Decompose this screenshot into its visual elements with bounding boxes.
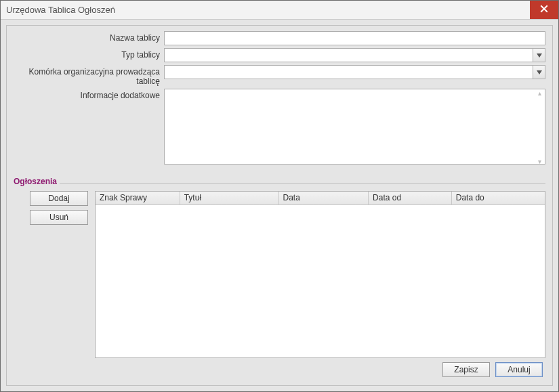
typ-tablicy-label: Typ tablicy — [14, 48, 164, 60]
anuluj-button[interactable]: Anuluj — [495, 362, 543, 377]
titlebar: Urzędowa Tablica Ogłoszeń — [1, 1, 558, 20]
client-area: Nazwa tablicy Typ tablicy — [1, 20, 558, 391]
dialog-window: Urzędowa Tablica Ogłoszeń Nazwa tablicy … — [0, 0, 559, 392]
zapisz-button[interactable]: Zapisz — [442, 362, 490, 377]
komorka-select[interactable] — [164, 65, 545, 79]
close-button[interactable] — [530, 1, 558, 19]
close-icon — [540, 5, 548, 15]
typ-tablicy-value — [165, 49, 533, 62]
grid-header: Znak Sprawy Tytuł Data Data od Data do — [96, 192, 545, 205]
chevron-down-icon — [533, 66, 545, 79]
informacje-dodatkowe-textarea[interactable] — [164, 89, 545, 165]
chevron-down-icon — [533, 49, 545, 62]
nazwa-tablicy-input[interactable] — [164, 31, 545, 45]
nazwa-tablicy-label: Nazwa tablicy — [14, 31, 164, 43]
ogloszenia-legend: Ogłoszenia — [14, 177, 60, 186]
informacje-dodatkowe-label: Informacje dodatkowe — [14, 89, 164, 100]
grid-body — [96, 205, 545, 357]
main-panel: Nazwa tablicy Typ tablicy — [6, 25, 553, 386]
dialog-footer: Zapisz Anuluj — [14, 358, 545, 380]
komorka-value — [165, 66, 533, 79]
form-area: Nazwa tablicy Typ tablicy — [14, 31, 545, 169]
window-title: Urzędowa Tablica Ogłoszeń — [6, 5, 530, 15]
typ-tablicy-select[interactable] — [164, 48, 545, 62]
col-data-do[interactable]: Data do — [452, 192, 545, 204]
col-tytul[interactable]: Tytuł — [180, 192, 279, 204]
col-data-od[interactable]: Data od — [369, 192, 452, 204]
ogloszenia-fieldset: Ogłoszenia Dodaj Usuń Znak Sprawy Tytuł … — [14, 179, 545, 358]
col-data[interactable]: Data — [279, 192, 369, 204]
komorka-label: Komórka organizacyjna prowadząca tablicę — [14, 65, 164, 86]
ogloszenia-grid[interactable]: Znak Sprawy Tytuł Data Data od Data do — [95, 191, 545, 358]
usun-button[interactable]: Usuń — [30, 210, 88, 225]
dodaj-button[interactable]: Dodaj — [30, 191, 88, 206]
col-znak-sprawy[interactable]: Znak Sprawy — [96, 192, 180, 204]
